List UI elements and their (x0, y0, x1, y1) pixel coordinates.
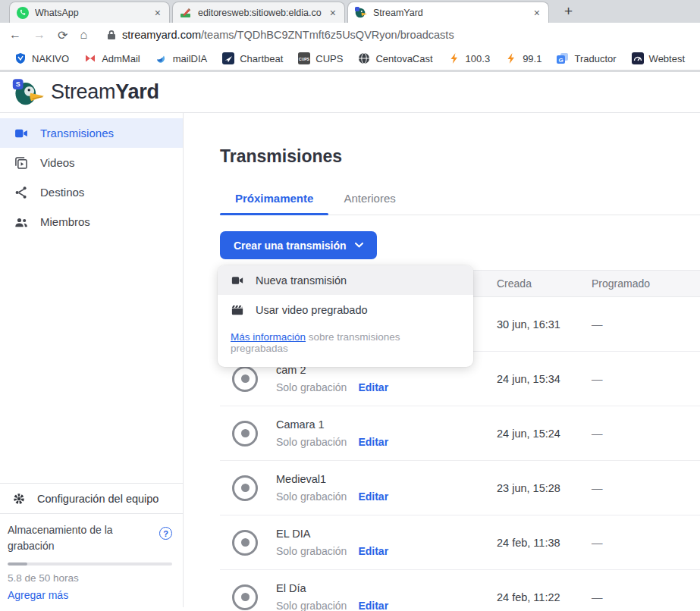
bookmark-99-1[interactable]: 99.1 (498, 50, 548, 67)
sidebar-item-videos[interactable]: Videos (0, 148, 183, 177)
forward-icon[interactable]: → (33, 28, 46, 42)
scheduled-cell: — (592, 318, 700, 331)
streamyard-icon (355, 7, 367, 19)
edit-link[interactable]: Editar (358, 436, 388, 448)
edit-link[interactable]: Editar (358, 600, 388, 611)
videocam-icon (14, 126, 29, 141)
column-programado: Programado (592, 277, 700, 290)
scheduled-cell: — (592, 428, 700, 440)
bolt-icon (505, 52, 517, 64)
streamyard-logo-icon: S (12, 78, 44, 107)
lock-icon (107, 30, 116, 40)
bookmark-cloudflare[interactable]: CloudFlare (693, 50, 700, 67)
storage-title: Almacenamiento de la grabación (8, 522, 133, 554)
close-icon[interactable]: × (328, 8, 337, 18)
whatsapp-icon (17, 7, 29, 19)
bookmark-traductor[interactable]: G Traductor (550, 50, 623, 67)
app-header: S StreamYard (0, 72, 700, 113)
gear-icon (12, 492, 26, 506)
tab-proximamente[interactable]: Próximamente (220, 192, 328, 215)
home-icon[interactable]: ⌂ (80, 28, 87, 42)
browser-tab-strip: WhatsApp × editoresweb:sitioweb:eldia.co… (0, 0, 700, 23)
close-icon[interactable]: × (532, 8, 541, 18)
help-icon[interactable]: ? (159, 527, 172, 540)
edit-link[interactable]: Editar (358, 545, 388, 557)
browser-toolbar: ← → ⟳ ⌂ streamyard.com/teams/TQDhBC9ZNTm… (0, 23, 700, 47)
tab-editoresweb[interactable]: editoresweb:sitioweb:eldia.co × (172, 2, 345, 23)
storage-section: Almacenamiento de la grabación ? 5.8 de … (0, 513, 183, 607)
bookmark-maildia[interactable]: mailDIA (149, 50, 215, 67)
edit-link[interactable]: Editar (358, 381, 388, 393)
edit-link[interactable]: Editar (358, 490, 388, 503)
add-more-link[interactable]: Agregar más (8, 589, 172, 601)
translate-icon: G (557, 52, 569, 64)
menu-item-usar-video-pregrabado[interactable]: Usar video pregrabado (218, 295, 473, 324)
bookmark-100-3[interactable]: 100.3 (441, 50, 498, 67)
created-cell: 24 jun, 15:34 (497, 373, 592, 385)
scheduled-cell: — (592, 591, 700, 603)
created-cell: 24 feb, 11:22 (497, 591, 592, 603)
globe-icon (358, 52, 370, 64)
tab-label: StreamYard (373, 8, 526, 18)
bookmarks-bar: NAKIVO AdmMail mailDIA Chartbeat CUPS CU… (0, 47, 700, 72)
tab-anteriores[interactable]: Anteriores (328, 192, 410, 215)
team-settings-button[interactable]: Configuración del equipo (0, 483, 183, 513)
videocam-icon (231, 274, 244, 287)
sidebar-item-transmisiones[interactable]: Transmisiones (0, 118, 183, 148)
app-window: WhatsApp × editoresweb:sitioweb:eldia.co… (0, 0, 700, 611)
tab-whatsapp[interactable]: WhatsApp × (9, 2, 170, 23)
cups-icon: CUPS (298, 52, 310, 64)
created-cell: 24 feb, 11:38 (497, 537, 592, 549)
close-icon[interactable]: × (153, 8, 162, 18)
created-cell: 30 jun, 16:31 (497, 318, 592, 331)
sidebar-item-destinos[interactable]: Destinos (0, 177, 183, 207)
svg-text:S: S (16, 80, 20, 88)
new-tab-button[interactable]: + (558, 3, 579, 23)
reload-icon[interactable]: ⟳ (58, 28, 67, 42)
address-bar[interactable]: streamyard.com/teams/TQDhBC9ZNTmft6z5UsQ… (122, 29, 454, 41)
broadcast-tabs: Próximamente Anteriores (220, 192, 700, 215)
tab-label: WhatsApp (35, 8, 147, 18)
create-broadcast-button[interactable]: Crear una transmisión (220, 231, 377, 259)
record-icon (232, 475, 258, 501)
svg-text:G: G (559, 57, 563, 64)
share-icon (14, 185, 29, 200)
table-row[interactable]: Camara 1 Solo grabaciónEditar 24 jun, 15… (220, 406, 700, 461)
column-creada: Creada (497, 277, 592, 290)
record-icon (232, 584, 258, 610)
menu-item-nueva-transmision[interactable]: Nueva transmisión (218, 265, 473, 295)
gauge-icon (632, 52, 644, 64)
bird-icon (155, 52, 168, 64)
bookmark-chartbeat[interactable]: Chartbeat (215, 50, 290, 67)
back-icon[interactable]: ← (9, 28, 21, 42)
storage-progress-fill (8, 562, 27, 566)
bookmark-webtest[interactable]: Webtest (625, 50, 692, 67)
bookmark-centovacast[interactable]: CentovaCast (351, 50, 439, 67)
scheduled-cell: — (592, 373, 700, 385)
tab-streamyard[interactable]: StreamYard × (347, 2, 549, 23)
record-icon (232, 421, 258, 446)
dropdown-info-text: Más información sobre transmisiones preg… (218, 324, 473, 365)
table-row[interactable]: El Día Solo grabaciónEditar 24 feb, 11:2… (220, 570, 700, 611)
bookmark-nakivo[interactable]: NAKIVO (8, 50, 76, 67)
bookmark-admmail[interactable]: AdmMail (77, 50, 147, 67)
url-host: streamyard.com (122, 29, 201, 41)
created-cell: 24 jun, 15:24 (497, 428, 592, 440)
scheduled-cell: — (592, 537, 700, 549)
create-broadcast-dropdown: Nueva transmisión Usar video pregrabado … (218, 265, 473, 367)
bolt-icon (448, 52, 460, 64)
bookmark-cups[interactable]: CUPS CUPS (291, 50, 350, 67)
url-path: /teams/TQDhBC9ZNTmft6z5UsQVRyon/broadcas… (201, 29, 454, 41)
sidebar-item-miembros[interactable]: Miembros (0, 207, 183, 237)
table-row[interactable]: Medieval1 Solo grabaciónEditar 23 jun, 1… (220, 461, 700, 515)
tab-label: editoresweb:sitioweb:eldia.co (198, 8, 322, 18)
record-icon (232, 530, 258, 556)
record-icon (232, 366, 258, 392)
table-row[interactable]: EL DIA Solo grabaciónEditar 24 feb, 11:3… (220, 515, 700, 570)
shield-icon (14, 52, 27, 64)
clapperboard-icon (231, 303, 244, 317)
people-icon (14, 215, 29, 230)
created-cell: 23 jun, 15:28 (497, 482, 592, 494)
mas-informacion-link[interactable]: Más información (231, 331, 306, 343)
editor-icon (180, 7, 192, 19)
